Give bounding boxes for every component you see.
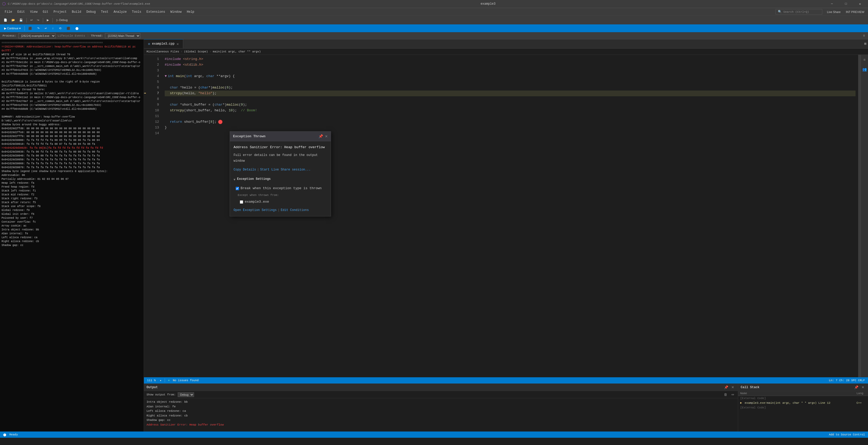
example3-exe-checkbox[interactable] — [240, 200, 243, 204]
copy-details-link[interactable]: Copy Details — [234, 167, 256, 173]
build-solution-button[interactable]: ▶ — [45, 18, 51, 23]
output-panel: Output 📌 ✕ Show output from: Debug 🗑 ⇔ — [144, 384, 738, 432]
terminal-line: 0x042d29d2ffe0: 00 00 00 00 00 00 00 00 … — [2, 131, 142, 134]
call-stack-cell-lang — [855, 396, 868, 401]
output-panel-controls[interactable]: 📌 ✕ — [723, 385, 735, 390]
terminal-line: 0x042d29d2fff0: 00 00 00 00 00 00 00 00 … — [2, 134, 142, 138]
menu-edit[interactable]: Edit — [15, 9, 28, 15]
output-close-button[interactable]: ✕ — [730, 385, 735, 390]
menu-tools[interactable]: Tools — [129, 9, 144, 15]
step-out-button[interactable]: ↑ — [51, 26, 55, 31]
output-pin-button[interactable]: 📌 — [723, 385, 729, 390]
editor-scrollbar[interactable] — [858, 55, 861, 377]
error-indicator: ⬤ — [218, 119, 223, 125]
gutter-line — [144, 73, 149, 79]
new-file-button[interactable]: 📄 — [2, 18, 9, 23]
live-share-button[interactable]: Live Share — [826, 10, 842, 14]
sidebar-explorer-icon[interactable]: ≡ — [862, 57, 866, 63]
vs-logo: ⬡ — [2, 1, 6, 6]
call-stack-pin-button[interactable]: 📌 — [853, 385, 860, 390]
thread-dropdown[interactable]: [22392] Main Thread — [105, 33, 140, 38]
menu-project[interactable]: Project — [51, 9, 69, 15]
breadcrumb-scope[interactable]: (Global Scope) — [184, 50, 208, 53]
breadcrumb-file-filter[interactable]: Miscellaneous Files — [147, 50, 179, 53]
breadcrumb-function[interactable]: main(int argc, char ** argv) — [213, 50, 261, 53]
footer-link-separator: | — [278, 207, 280, 213]
breakpoint-button[interactable]: ⬤ — [74, 26, 80, 31]
call-stack-row-main[interactable]: ► example3.exe!main(int argc, char * * a… — [738, 401, 868, 405]
call-stack-row-external-2[interactable]: [External Code] — [738, 405, 868, 410]
call-stack-panel-header: Call Stack 📌 ✕ — [738, 384, 868, 391]
menu-debug[interactable]: Debug — [84, 9, 98, 15]
no-issues-icon: ● — [168, 379, 170, 382]
continue-button[interactable]: ▶ Continue ▾ — [3, 26, 22, 31]
status-source-control[interactable]: Add to Source Control — [829, 433, 865, 436]
editor-tab-example3[interactable]: ⚙ example3.cpp ✕ — [144, 39, 183, 48]
collapse-icon[interactable]: ▼ — [234, 177, 236, 183]
redo-button[interactable]: ↪ — [35, 18, 41, 23]
terminal-line: Stack left redzone: f1 — [2, 189, 142, 193]
status-ready: Ready — [9, 433, 18, 436]
menu-extensions[interactable]: Extensions — [144, 9, 168, 15]
call-stack-controls[interactable]: 📌 ✕ — [853, 385, 865, 390]
terminal-line: 0x042d29d2ffd0: 00 00 00 00 00 00 00 00 … — [2, 127, 142, 131]
undo-button[interactable]: ↩ — [29, 18, 34, 23]
menu-git[interactable]: Git — [40, 9, 51, 15]
menu-bar: File Edit View Git Project Build Debug T… — [0, 8, 868, 15]
call-stack-row-external-1[interactable]: [External Code] — [738, 396, 868, 401]
output-wrap-button[interactable]: ⇔ — [730, 392, 735, 397]
maximize-button[interactable]: □ — [840, 0, 852, 8]
code-editor[interactable]: #include <string.h> #include <stdlib.h> … — [162, 55, 858, 377]
output-line-error: Address Sanitizer Error: Heap buffer ove… — [147, 423, 735, 427]
sidebar-team-icon[interactable]: 👥 — [861, 66, 868, 73]
save-button[interactable]: 💾 — [18, 18, 24, 23]
stop-button[interactable]: ⬛ — [65, 26, 72, 31]
restart-button[interactable]: ⟲ — [57, 26, 63, 31]
menu-window[interactable]: Window — [168, 9, 184, 15]
terminal-line: Global redzone: f9 — [2, 208, 142, 212]
break-when-thrown-checkbox[interactable] — [236, 187, 239, 190]
terminal-line: 0x042d29d30040: fa fa 00 00 fa fa fa fa … — [2, 154, 142, 158]
int-preview-button[interactable]: INT PREVIEW — [844, 10, 866, 14]
menu-help[interactable]: Help — [184, 9, 197, 15]
search-placeholder: Search (Ctrl+Q) — [783, 10, 809, 13]
menu-analyze[interactable]: Analyze — [111, 9, 129, 15]
menu-file[interactable]: File — [2, 9, 15, 15]
output-line: Shadow gap: cc — [147, 418, 735, 423]
menu-view[interactable]: View — [28, 9, 40, 15]
lifecycle-label: Lifecycle Events — [58, 34, 85, 37]
step-over-button[interactable]: ↷ — [36, 26, 41, 31]
call-stack-close-button[interactable]: ✕ — [861, 385, 865, 390]
call-stack-panel: Call Stack 📌 ✕ Name Lang — [738, 384, 868, 432]
edit-conditions-link[interactable]: Edit Conditions — [281, 207, 309, 213]
exception-close-button[interactable]: ✕ — [325, 134, 328, 139]
process-dropdown[interactable]: [28224] example3.exe — [19, 33, 56, 38]
call-stack-content: Name Lang [External Code] ► — [738, 391, 868, 432]
step-into-button[interactable]: ↵ — [43, 26, 49, 31]
tab-close-button[interactable]: ✕ — [177, 42, 179, 46]
minimize-button[interactable]: — — [826, 0, 838, 8]
open-exception-settings-link[interactable]: Open Exception Settings — [234, 207, 277, 213]
title-bar: ⬡ C:\MSDN\cpp-docs-pr\docs\c-language\AS… — [0, 0, 868, 8]
search-bar[interactable]: 🔍 Search (Ctrl+Q) — [776, 9, 822, 14]
toolbar-separator-3 — [53, 18, 53, 23]
output-clear-button[interactable]: 🗑 — [723, 392, 728, 397]
call-stack-cell-lang-main: C++ — [855, 401, 868, 405]
code-line-6: char *hello = (char*)malloc(6); — [165, 85, 856, 91]
split-editor-button[interactable]: ⊞ — [863, 39, 868, 48]
title-controls[interactable]: — □ ✕ — [826, 0, 866, 8]
zoom-dropdown-arrow[interactable]: ▾ — [160, 379, 162, 382]
menu-test[interactable]: Test — [98, 9, 111, 15]
output-source-dropdown[interactable]: Debug — [178, 392, 194, 397]
start-debug-button[interactable]: ▷ Debug — [55, 18, 69, 23]
call-stack-cell-lang-ext2 — [855, 405, 868, 410]
output-panel-header: Output 📌 ✕ — [144, 384, 738, 391]
terminal-line: #3 0x7ff9641d7033 (C:\WINDOWS\SYSTEM32\K… — [2, 68, 142, 72]
menu-build[interactable]: Build — [69, 9, 84, 15]
show-next-statement-button[interactable]: ⬛ — [27, 26, 33, 31]
open-button[interactable]: 📂 — [10, 18, 17, 23]
close-button[interactable]: ✕ — [854, 0, 866, 8]
pin-button[interactable]: 📌 — [318, 134, 323, 139]
live-share-session-link[interactable]: Start Live Share session... — [260, 167, 310, 173]
exception-header-controls[interactable]: 📌 ✕ — [318, 134, 328, 139]
